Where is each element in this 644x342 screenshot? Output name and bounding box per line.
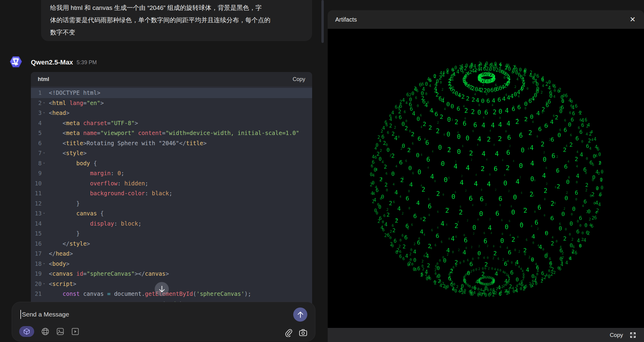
fold-spacer <box>42 239 46 249</box>
fold-chevron-icon[interactable]: ˇ <box>42 279 46 289</box>
fold-spacer <box>42 188 46 199</box>
cube-icon <box>23 328 30 335</box>
fold-spacer <box>42 229 46 239</box>
code-line: 14 display: block; <box>31 219 312 229</box>
line-number: 9 <box>31 168 42 178</box>
code-line: 9 margin: 0; <box>31 168 312 178</box>
input-placeholder: Send a Message <box>22 311 69 318</box>
fold-spacer <box>42 199 46 209</box>
code-text: <canvas id="sphereCanvas"></canvas> <box>46 269 169 279</box>
video-play-icon <box>71 328 79 335</box>
line-number: 12 <box>31 199 42 209</box>
code-lines: 1<!DOCTYPE html>2ˇ<html lang="en">3ˇ<hea… <box>31 86 312 309</box>
fold-chevron-icon[interactable]: ˇ <box>42 208 46 219</box>
line-number: 21 <box>31 289 42 299</box>
code-text: <html lang="en"> <box>46 98 104 108</box>
attach-file-button[interactable] <box>285 328 292 337</box>
line-number: 15 <box>31 229 42 239</box>
paperclip-icon <box>285 328 292 337</box>
user-message-line: 给我用 html 和 canvas 生成一个由 “2046” 组成的旋转球体，背… <box>50 2 303 14</box>
fold-chevron-icon[interactable]: ˇ <box>42 148 46 158</box>
code-line: 13ˇ canvas { <box>31 208 312 219</box>
code-block-header: html Copy <box>31 72 312 86</box>
line-number: 2 <box>31 98 42 108</box>
code-line: 17</head> <box>31 249 312 259</box>
globe-icon <box>41 328 49 335</box>
sphere-canvas <box>328 29 644 328</box>
line-number: 1 <box>31 88 42 98</box>
artifacts-footer: Copy <box>328 328 644 342</box>
send-button[interactable] <box>293 308 307 322</box>
code-line: 10 overflow: hidden; <box>31 178 312 189</box>
code-line: 3ˇ<head> <box>31 108 312 118</box>
code-text: } <box>46 229 80 239</box>
image-upload-button[interactable] <box>56 328 64 335</box>
line-number: 20 <box>31 279 42 289</box>
artifacts-toggle-button[interactable] <box>19 326 34 337</box>
fold-spacer <box>42 249 46 259</box>
message-timestamp: 5:39 PM <box>77 59 97 66</box>
message-input[interactable]: Send a Message <box>20 310 69 319</box>
code-line: 11 background-color: black; <box>31 188 312 199</box>
arrow-up-icon <box>297 311 304 318</box>
qwen-logo-icon <box>9 56 23 69</box>
fold-spacer <box>42 118 46 128</box>
fold-spacer <box>42 88 46 98</box>
line-number: 14 <box>31 219 42 229</box>
line-number: 18 <box>31 259 42 269</box>
fold-spacer <box>42 178 46 189</box>
code-line: 15 } <box>31 229 312 239</box>
code-line: 7ˇ <style> <box>31 148 312 158</box>
code-language-label: html <box>38 76 49 82</box>
code-text: <script> <box>46 279 76 289</box>
fold-chevron-icon[interactable]: ˇ <box>42 259 46 269</box>
code-copy-button[interactable]: Copy <box>293 76 305 82</box>
fold-spacer <box>42 138 46 148</box>
composer-tools <box>19 326 79 337</box>
assistant-message-header: Qwen2.5-Max 5:39 PM <box>9 56 97 69</box>
line-number: 3 <box>31 108 42 118</box>
code-line: 16 </style> <box>31 239 312 249</box>
code-text: } <box>46 199 80 209</box>
user-message-bubble: 给我用 html 和 canvas 生成一个由 “2046” 组成的旋转球体，背… <box>41 0 312 41</box>
line-number: 8 <box>31 158 42 169</box>
message-composer: Send a Message <box>12 302 315 341</box>
code-text: </head> <box>46 249 73 259</box>
fold-chevron-icon[interactable]: ˇ <box>42 98 46 108</box>
line-number: 5 <box>31 128 42 138</box>
fold-chevron-icon[interactable]: ˇ <box>42 158 46 169</box>
chat-scrollbar-thumb[interactable] <box>321 0 324 43</box>
fullscreen-icon[interactable] <box>630 332 636 338</box>
fold-spacer <box>42 128 46 138</box>
scroll-to-bottom-button[interactable] <box>155 282 169 296</box>
code-text: <body> <box>46 259 70 269</box>
screenshot-button[interactable] <box>299 329 307 337</box>
close-icon[interactable]: ✕ <box>630 16 636 23</box>
camera-icon <box>299 329 307 337</box>
line-number: 7 <box>31 148 42 158</box>
code-text: <!DOCTYPE html> <box>46 88 100 98</box>
video-button[interactable] <box>71 328 79 335</box>
code-text: body { <box>46 158 97 169</box>
line-number: 10 <box>31 178 42 189</box>
text-caret <box>20 310 21 319</box>
code-line: 18ˇ<body> <box>31 259 312 269</box>
artifacts-header: Artifacts ✕ <box>328 10 644 29</box>
artifact-copy-button[interactable]: Copy <box>610 332 623 338</box>
code-line: 6 <title>Rotating Sphere with "2046"</ti… <box>31 138 312 148</box>
code-block: html Copy 1<!DOCTYPE html>2ˇ<html lang="… <box>31 72 312 309</box>
web-search-button[interactable] <box>41 328 49 335</box>
fold-chevron-icon[interactable]: ˇ <box>42 108 46 118</box>
fold-spacer <box>42 289 46 299</box>
code-text: </style> <box>46 239 90 249</box>
code-text: <head> <box>46 108 70 118</box>
code-text: background-color: black; <box>46 188 172 199</box>
code-line: 8ˇ body { <box>31 158 312 169</box>
code-line: 1<!DOCTYPE html> <box>31 88 312 98</box>
fold-spacer <box>42 269 46 279</box>
code-text: <meta name="viewport" content="width=dev… <box>46 128 299 138</box>
user-message-line: 体的话需要是代码雨那种绿色，单个数字间的间距平均并且连续分布，每个点的 <box>50 14 303 26</box>
qwen-avatar <box>9 56 23 69</box>
code-line: 4 <meta charset="UTF-8"> <box>31 118 312 128</box>
arrow-down-icon <box>159 286 165 293</box>
